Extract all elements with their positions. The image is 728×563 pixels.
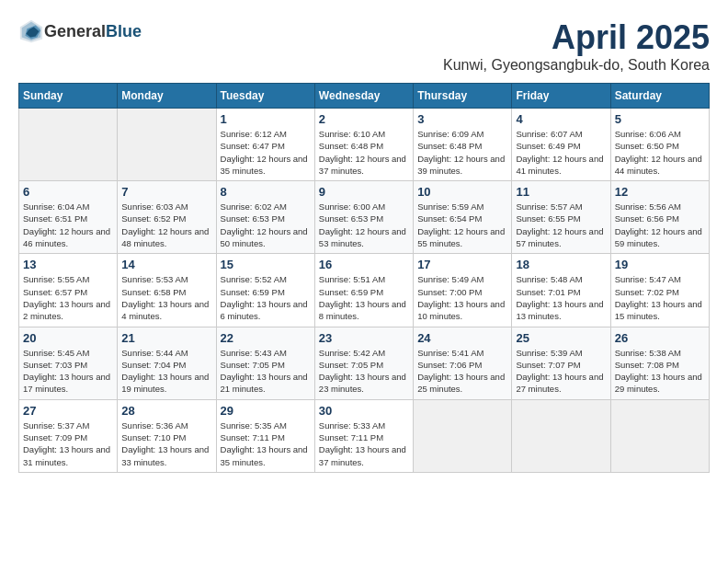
calendar-cell: 2Sunrise: 6:10 AM Sunset: 6:48 PM Daylig… (314, 109, 413, 181)
calendar-cell: 26Sunrise: 5:38 AM Sunset: 7:08 PM Dayli… (610, 327, 709, 399)
day-info: Sunrise: 5:56 AM Sunset: 6:56 PM Dayligh… (615, 201, 705, 249)
calendar-cell: 4Sunrise: 6:07 AM Sunset: 6:49 PM Daylig… (512, 109, 610, 181)
day-info: Sunrise: 5:44 AM Sunset: 7:04 PM Dayligh… (121, 347, 211, 396)
calendar-cell: 8Sunrise: 6:02 AM Sunset: 6:53 PM Daylig… (216, 181, 314, 254)
calendar-week-row: 6Sunrise: 6:04 AM Sunset: 6:51 PM Daylig… (19, 181, 710, 254)
weekday-header-row: SundayMondayTuesdayWednesdayThursdayFrid… (19, 84, 710, 109)
weekday-header-tuesday: Tuesday (216, 84, 314, 109)
day-number: 12 (615, 185, 705, 199)
day-number: 2 (319, 112, 409, 126)
day-number: 25 (516, 331, 606, 345)
calendar-cell: 18Sunrise: 5:48 AM Sunset: 7:01 PM Dayli… (512, 254, 610, 327)
day-info: Sunrise: 5:36 AM Sunset: 7:10 PM Dayligh… (121, 419, 211, 468)
day-number: 24 (417, 331, 507, 345)
calendar-cell: 20Sunrise: 5:45 AM Sunset: 7:03 PM Dayli… (19, 327, 118, 399)
day-info: Sunrise: 5:48 AM Sunset: 7:01 PM Dayligh… (516, 273, 606, 322)
day-info: Sunrise: 6:04 AM Sunset: 6:51 PM Dayligh… (23, 201, 113, 249)
calendar-cell: 27Sunrise: 5:37 AM Sunset: 7:09 PM Dayli… (19, 399, 118, 472)
weekday-header-friday: Friday (512, 84, 610, 109)
calendar-cell (512, 399, 610, 472)
day-info: Sunrise: 6:07 AM Sunset: 6:49 PM Dayligh… (516, 128, 606, 177)
day-info: Sunrise: 6:06 AM Sunset: 6:50 PM Dayligh… (615, 128, 705, 177)
day-number: 5 (615, 112, 705, 126)
logo-text-blue: Blue (106, 22, 142, 41)
weekday-header-wednesday: Wednesday (314, 84, 413, 109)
calendar-week-row: 1Sunrise: 6:12 AM Sunset: 6:47 PM Daylig… (19, 109, 710, 181)
calendar-cell: 30Sunrise: 5:33 AM Sunset: 7:11 PM Dayli… (314, 399, 413, 472)
day-info: Sunrise: 5:59 AM Sunset: 6:54 PM Dayligh… (417, 201, 507, 249)
day-info: Sunrise: 5:41 AM Sunset: 7:06 PM Dayligh… (417, 347, 507, 396)
day-info: Sunrise: 5:51 AM Sunset: 6:59 PM Dayligh… (319, 273, 409, 322)
logo-text-general: General (44, 22, 106, 41)
day-info: Sunrise: 5:47 AM Sunset: 7:02 PM Dayligh… (615, 273, 705, 322)
calendar-cell (414, 399, 512, 472)
day-info: Sunrise: 5:33 AM Sunset: 7:11 PM Dayligh… (319, 419, 409, 468)
day-number: 14 (121, 258, 211, 271)
weekday-header-thursday: Thursday (414, 84, 512, 109)
logo-icon (18, 18, 44, 44)
day-info: Sunrise: 6:09 AM Sunset: 6:48 PM Dayligh… (417, 128, 507, 177)
day-info: Sunrise: 5:35 AM Sunset: 7:11 PM Dayligh… (221, 419, 311, 468)
day-number: 3 (417, 112, 507, 126)
day-number: 4 (516, 112, 606, 126)
day-number: 21 (121, 331, 211, 345)
day-info: Sunrise: 5:57 AM Sunset: 6:55 PM Dayligh… (516, 201, 606, 249)
calendar-week-row: 13Sunrise: 5:55 AM Sunset: 6:57 PM Dayli… (19, 254, 710, 327)
day-number: 18 (516, 258, 606, 271)
calendar-cell: 13Sunrise: 5:55 AM Sunset: 6:57 PM Dayli… (19, 254, 118, 327)
day-info: Sunrise: 5:38 AM Sunset: 7:08 PM Dayligh… (615, 347, 705, 396)
day-number: 29 (221, 404, 311, 418)
day-number: 15 (221, 258, 311, 271)
calendar-cell: 29Sunrise: 5:35 AM Sunset: 7:11 PM Dayli… (216, 399, 314, 472)
calendar-cell: 9Sunrise: 6:00 AM Sunset: 6:53 PM Daylig… (314, 181, 413, 254)
calendar-cell: 22Sunrise: 5:43 AM Sunset: 7:05 PM Dayli… (216, 327, 314, 399)
day-info: Sunrise: 5:53 AM Sunset: 6:58 PM Dayligh… (121, 273, 211, 322)
day-info: Sunrise: 6:03 AM Sunset: 6:52 PM Dayligh… (121, 201, 211, 249)
day-info: Sunrise: 5:43 AM Sunset: 7:05 PM Dayligh… (221, 347, 311, 396)
calendar-cell: 7Sunrise: 6:03 AM Sunset: 6:52 PM Daylig… (118, 181, 216, 254)
weekday-header-sunday: Sunday (19, 84, 118, 109)
day-number: 13 (23, 258, 113, 271)
day-number: 1 (221, 112, 311, 126)
calendar-cell: 21Sunrise: 5:44 AM Sunset: 7:04 PM Dayli… (118, 327, 216, 399)
calendar-cell: 24Sunrise: 5:41 AM Sunset: 7:06 PM Dayli… (414, 327, 512, 399)
day-number: 22 (221, 331, 311, 345)
day-number: 19 (615, 258, 705, 271)
day-info: Sunrise: 5:37 AM Sunset: 7:09 PM Dayligh… (23, 419, 113, 468)
calendar-cell: 1Sunrise: 6:12 AM Sunset: 6:47 PM Daylig… (216, 109, 314, 181)
day-number: 11 (516, 185, 606, 199)
day-info: Sunrise: 5:49 AM Sunset: 7:00 PM Dayligh… (417, 273, 507, 322)
day-number: 28 (121, 404, 211, 418)
calendar-table: SundayMondayTuesdayWednesdayThursdayFrid… (18, 83, 710, 473)
day-number: 8 (221, 185, 311, 199)
calendar-week-row: 20Sunrise: 5:45 AM Sunset: 7:03 PM Dayli… (19, 327, 710, 399)
day-number: 10 (417, 185, 507, 199)
weekday-header-monday: Monday (118, 84, 216, 109)
day-number: 17 (417, 258, 507, 271)
day-number: 27 (23, 404, 113, 418)
weekday-header-saturday: Saturday (610, 84, 709, 109)
day-info: Sunrise: 6:12 AM Sunset: 6:47 PM Dayligh… (221, 128, 311, 177)
calendar-cell: 11Sunrise: 5:57 AM Sunset: 6:55 PM Dayli… (512, 181, 610, 254)
calendar-cell (610, 399, 709, 472)
calendar-cell: 19Sunrise: 5:47 AM Sunset: 7:02 PM Dayli… (610, 254, 709, 327)
day-number: 16 (319, 258, 409, 271)
page-header: General Blue April 2025 Kunwi, Gyeongsan… (18, 18, 710, 74)
calendar-cell: 3Sunrise: 6:09 AM Sunset: 6:48 PM Daylig… (414, 109, 512, 181)
day-info: Sunrise: 6:02 AM Sunset: 6:53 PM Dayligh… (221, 201, 311, 249)
day-info: Sunrise: 6:10 AM Sunset: 6:48 PM Dayligh… (319, 128, 409, 177)
calendar-cell (19, 109, 118, 181)
calendar-cell: 14Sunrise: 5:53 AM Sunset: 6:58 PM Dayli… (118, 254, 216, 327)
calendar-cell (118, 109, 216, 181)
day-number: 20 (23, 331, 113, 345)
month-title: April 2025 (443, 18, 710, 57)
day-info: Sunrise: 5:45 AM Sunset: 7:03 PM Dayligh… (23, 347, 113, 396)
day-info: Sunrise: 5:42 AM Sunset: 7:05 PM Dayligh… (319, 347, 409, 396)
calendar-cell: 12Sunrise: 5:56 AM Sunset: 6:56 PM Dayli… (610, 181, 709, 254)
logo: General Blue (18, 18, 142, 44)
day-number: 26 (615, 331, 705, 345)
day-info: Sunrise: 5:55 AM Sunset: 6:57 PM Dayligh… (23, 273, 113, 322)
calendar-cell: 25Sunrise: 5:39 AM Sunset: 7:07 PM Dayli… (512, 327, 610, 399)
calendar-cell: 10Sunrise: 5:59 AM Sunset: 6:54 PM Dayli… (414, 181, 512, 254)
calendar-cell: 16Sunrise: 5:51 AM Sunset: 6:59 PM Dayli… (314, 254, 413, 327)
